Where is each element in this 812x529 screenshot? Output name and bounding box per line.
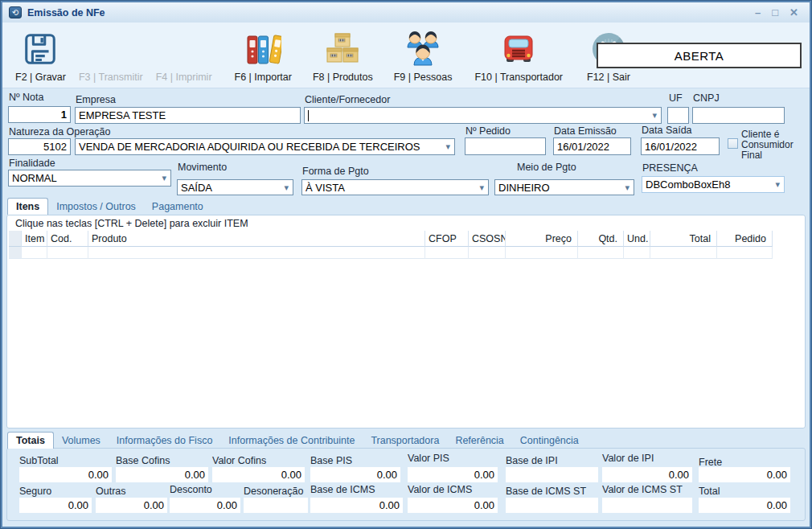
- presenca-label: PRESENÇA: [642, 162, 698, 174]
- tab-impostos-outros[interactable]: Impostos / Outros: [48, 199, 144, 215]
- chevron-down-icon[interactable]: ▾: [773, 179, 782, 190]
- seguro-label: Seguro: [19, 486, 51, 497]
- base-ipi-label: Base de IPI: [506, 455, 558, 466]
- people-button[interactable]: F9 | Pessoas: [388, 24, 459, 85]
- col-und[interactable]: Und.: [624, 231, 650, 247]
- print-button: F4 | Imprimir: [150, 24, 219, 85]
- import-button[interactable]: F6 | Importar: [228, 24, 298, 85]
- chevron-down-icon[interactable]: ▾: [650, 110, 659, 121]
- subtotal-label: SubTotal: [19, 455, 59, 466]
- desoneracao-field[interactable]: [244, 498, 308, 513]
- valor-cofins-field[interactable]: 0.00: [212, 467, 305, 482]
- title-bar: ⟲ Emissão de NFe – □ ✕: [2, 2, 810, 23]
- col-preco[interactable]: Preço: [506, 231, 578, 247]
- tab-volumes[interactable]: Volumes: [54, 433, 109, 449]
- consumidor-final-checkbox[interactable]: [728, 138, 738, 149]
- total-field[interactable]: 0.00: [699, 498, 790, 513]
- finalidade-combobox[interactable]: NORMAL ▾: [8, 170, 171, 187]
- cliente-combobox[interactable]: ▾: [304, 107, 662, 124]
- binders-icon: [244, 28, 282, 70]
- movimento-label: Movimento: [178, 162, 227, 173]
- grid-indicator-header: [9, 231, 22, 247]
- meio-pgto-value: DINHEIRO: [498, 182, 622, 194]
- presenca-combobox[interactable]: DBComboBoxEh8 ▾: [642, 176, 785, 193]
- chevron-down-icon[interactable]: ▾: [443, 141, 453, 152]
- products-button[interactable]: F8 | Produtos: [306, 24, 379, 85]
- seguro-field[interactable]: 0.00: [19, 498, 92, 513]
- base-cofins-field[interactable]: 0.00: [116, 467, 208, 482]
- finalidade-value: NORMAL: [12, 172, 159, 184]
- col-csosn[interactable]: CSOSN: [469, 231, 506, 247]
- valor-icms-st-field[interactable]: [602, 498, 692, 513]
- base-icms-field[interactable]: 0.00: [310, 498, 403, 513]
- col-qtd[interactable]: Qtd.: [578, 231, 624, 247]
- chevron-down-icon[interactable]: ▾: [477, 182, 486, 193]
- movimento-combobox[interactable]: SAÍDA ▾: [177, 179, 293, 195]
- base-cofins-label: Base Cofins: [116, 455, 170, 466]
- total-label: Total: [699, 486, 720, 497]
- table-row[interactable]: [9, 247, 803, 259]
- movimento-value: SAÍDA: [181, 182, 281, 194]
- chevron-down-icon[interactable]: ▾: [281, 182, 291, 193]
- valor-cofins-label: Valor Cofins: [212, 455, 266, 466]
- minimize-icon[interactable]: –: [755, 6, 761, 20]
- truck-icon: [499, 28, 538, 70]
- desconto-field[interactable]: 0.00: [170, 498, 240, 513]
- natureza-combobox[interactable]: VENDA DE MERCADORIA ADQUIRIDA OU RECEBID…: [75, 138, 455, 155]
- col-cod[interactable]: Cod.: [47, 231, 88, 247]
- base-pis-field[interactable]: 0.00: [310, 467, 400, 482]
- data-emissao-input[interactable]: [553, 137, 631, 155]
- nota-input[interactable]: [8, 106, 71, 123]
- meio-pgto-label: Meio de Pgto: [517, 162, 576, 173]
- outras-label: Outras: [96, 486, 126, 497]
- col-cfop[interactable]: CFOP: [425, 231, 469, 247]
- data-saida-input[interactable]: [641, 137, 720, 155]
- tab-contingencia[interactable]: Contingência: [512, 433, 587, 449]
- valor-ipi-label: Valor de IPI: [602, 453, 654, 464]
- subtotal-field[interactable]: 0.00: [19, 467, 112, 482]
- chevron-down-icon[interactable]: ▾: [159, 173, 169, 183]
- base-icms-st-field[interactable]: [506, 498, 598, 513]
- tab-transportadora[interactable]: Transportadora: [363, 433, 447, 449]
- meio-pgto-combobox[interactable]: DINHEIRO ▾: [494, 179, 634, 195]
- maximize-icon[interactable]: □: [772, 6, 778, 20]
- frete-field[interactable]: 0.00: [699, 467, 790, 482]
- chevron-down-icon[interactable]: ▾: [622, 182, 632, 193]
- data-saida-label: Data Saída: [642, 125, 692, 136]
- save-button[interactable]: F2 | Gravar: [9, 24, 72, 85]
- consumidor-final-label: Cliente é Consumidor Final: [741, 129, 794, 161]
- boxes-icon: [323, 28, 362, 70]
- items-grid[interactable]: Item Cod. Produto CFOP CSOSN Preço Qtd. …: [9, 231, 803, 259]
- uf-input[interactable]: [667, 107, 689, 124]
- items-panel: Clique nas teclas [CTRL + Delete] para e…: [6, 215, 806, 429]
- cnpj-input[interactable]: [692, 107, 785, 124]
- outras-field[interactable]: 0.00: [96, 498, 167, 513]
- tab-totais[interactable]: Totais: [7, 432, 54, 449]
- bottom-tab-strip: Totais Volumes Informações do Fisco Info…: [7, 432, 587, 449]
- col-pedido[interactable]: Pedido: [717, 231, 773, 247]
- grid-hint-text: Clique nas teclas [CTRL + Delete] para e…: [15, 218, 248, 229]
- valor-pis-field[interactable]: 0.00: [408, 467, 498, 482]
- tab-itens[interactable]: Itens: [7, 198, 48, 215]
- tab-informacoes-contribuinte[interactable]: Informações de Contribuinte: [220, 433, 363, 449]
- base-ipi-field[interactable]: [506, 467, 598, 482]
- valor-ipi-field[interactable]: 0.00: [602, 467, 692, 482]
- people-icon: [404, 28, 442, 70]
- empresa-input[interactable]: [75, 107, 301, 124]
- tab-referencia[interactable]: Referência: [447, 433, 511, 449]
- col-produto[interactable]: Produto: [88, 231, 425, 247]
- app-icon: ⟲: [9, 6, 22, 18]
- valor-icms-label: Valor de ICMS: [408, 484, 472, 495]
- tab-pagamento[interactable]: Pagamento: [144, 199, 211, 215]
- totals-panel: SubTotal Base Cofins Valor Cofins Base P…: [6, 448, 806, 521]
- natureza-code-input[interactable]: [8, 138, 71, 155]
- carrier-button[interactable]: F10 | Transportador: [468, 24, 569, 85]
- close-icon[interactable]: ✕: [789, 6, 798, 20]
- col-item[interactable]: Item: [22, 231, 47, 247]
- forma-pgto-combobox[interactable]: À VISTA ▾: [301, 179, 489, 195]
- pedido-input[interactable]: [465, 137, 546, 155]
- col-total[interactable]: Total: [650, 231, 717, 247]
- valor-icms-field[interactable]: 0.00: [408, 498, 498, 513]
- tab-informacoes-fisco[interactable]: Informações do Fisco: [109, 433, 221, 449]
- finalidade-label: Finalidade: [9, 158, 55, 169]
